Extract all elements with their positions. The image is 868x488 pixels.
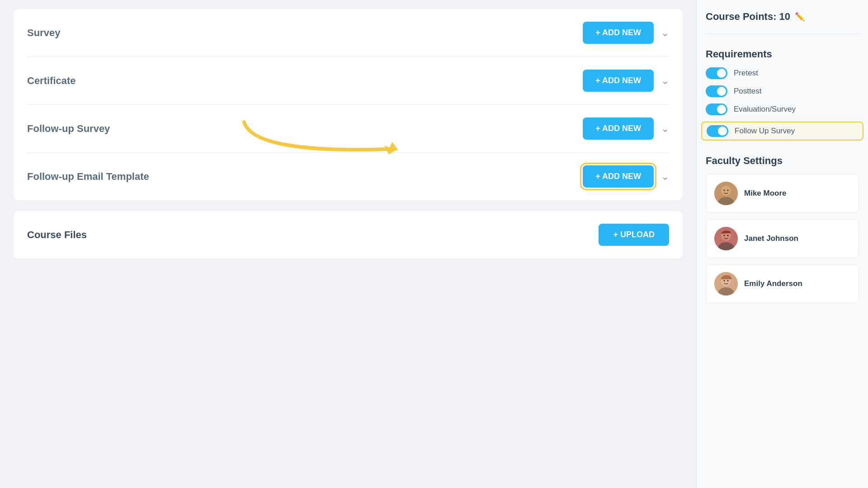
requirement-pretest: Pretest	[706, 67, 859, 79]
evaluation-toggle[interactable]	[706, 103, 727, 115]
survey-chevron-icon[interactable]: ⌄	[661, 27, 669, 39]
faculty-card-mike: Mike Moore	[706, 174, 859, 213]
faculty-card-janet: Janet Johnson	[706, 219, 859, 258]
followup-survey-row: Follow-up Survey + ADD NEW ⌄	[27, 105, 669, 153]
requirement-followup-survey: Follow Up Survey	[701, 122, 863, 141]
requirements-title: Requirements	[706, 48, 859, 60]
upload-button[interactable]: + UPLOAD	[599, 224, 669, 246]
followup-survey-chevron-icon[interactable]: ⌄	[661, 123, 669, 135]
svg-point-2	[721, 186, 731, 196]
janet-johnson-name: Janet Johnson	[744, 234, 798, 243]
certificate-row: Certificate + ADD NEW ⌄	[27, 57, 669, 105]
requirement-evaluation: Evaluation/Survey	[706, 103, 859, 115]
followup-email-add-new-button[interactable]: + ADD NEW	[583, 165, 654, 188]
certificate-add-new-button[interactable]: + ADD NEW	[583, 70, 654, 92]
sidebar: Course Points: 10 ✏️ Requirements Pretes…	[696, 0, 868, 488]
faculty-settings-title: Faculty Settings	[706, 155, 859, 167]
course-files-title: Course Files	[27, 229, 87, 241]
faculty-card-emily: Emily Anderson	[706, 264, 859, 303]
followup-survey-row-right: + ADD NEW ⌄	[583, 117, 669, 140]
svg-point-9	[724, 235, 725, 236]
svg-point-4	[724, 190, 725, 191]
followup-survey-req-label: Follow Up Survey	[735, 127, 795, 136]
svg-point-15	[727, 280, 729, 282]
avatar-janet	[714, 227, 738, 250]
emily-anderson-name: Emily Anderson	[744, 279, 802, 288]
followup-email-label: Follow-up Email Template	[27, 171, 149, 183]
requirements-section: Requirements Pretest Posttest Evaluation…	[706, 48, 859, 141]
followup-email-chevron-icon[interactable]: ⌄	[661, 171, 669, 183]
pretest-label: Pretest	[734, 69, 758, 78]
course-files-card: Course Files + UPLOAD	[14, 211, 683, 258]
evaluation-label: Evaluation/Survey	[734, 105, 796, 114]
sections-card: Survey + ADD NEW ⌄ Certificate + ADD NEW…	[14, 9, 683, 200]
survey-add-new-button[interactable]: + ADD NEW	[583, 22, 654, 44]
survey-row-right: + ADD NEW ⌄	[583, 22, 669, 44]
followup-email-row-right: + ADD NEW ⌄	[583, 165, 669, 188]
survey-label: Survey	[27, 27, 60, 39]
course-points-title: Course Points: 10 ✏️	[706, 11, 859, 23]
pretest-toggle[interactable]	[706, 67, 727, 79]
faculty-settings-section: Faculty Settings Mike Moore	[706, 155, 859, 303]
svg-point-14	[724, 280, 725, 282]
followup-survey-label: Follow-up Survey	[27, 123, 110, 135]
course-points-section: Course Points: 10 ✏️	[706, 11, 859, 34]
certificate-label: Certificate	[27, 75, 76, 87]
mike-moore-name: Mike Moore	[744, 189, 787, 198]
requirement-posttest: Posttest	[706, 85, 859, 97]
course-points-label: Course Points: 10	[706, 11, 790, 23]
followup-survey-add-new-button[interactable]: + ADD NEW	[583, 117, 654, 140]
posttest-toggle[interactable]	[706, 85, 727, 97]
certificate-chevron-icon[interactable]: ⌄	[661, 75, 669, 87]
avatar-mike	[714, 182, 738, 205]
course-files-header: Course Files + UPLOAD	[27, 224, 669, 246]
posttest-label: Posttest	[734, 87, 761, 96]
svg-point-5	[727, 190, 729, 191]
avatar-emily	[714, 272, 738, 296]
survey-row: Survey + ADD NEW ⌄	[27, 9, 669, 57]
edit-icon[interactable]: ✏️	[795, 12, 805, 22]
followup-survey-toggle[interactable]	[707, 125, 728, 137]
followup-email-row: Follow-up Email Template + ADD NEW ⌄	[27, 153, 669, 200]
svg-point-10	[727, 235, 729, 236]
certificate-row-right: + ADD NEW ⌄	[583, 70, 669, 92]
